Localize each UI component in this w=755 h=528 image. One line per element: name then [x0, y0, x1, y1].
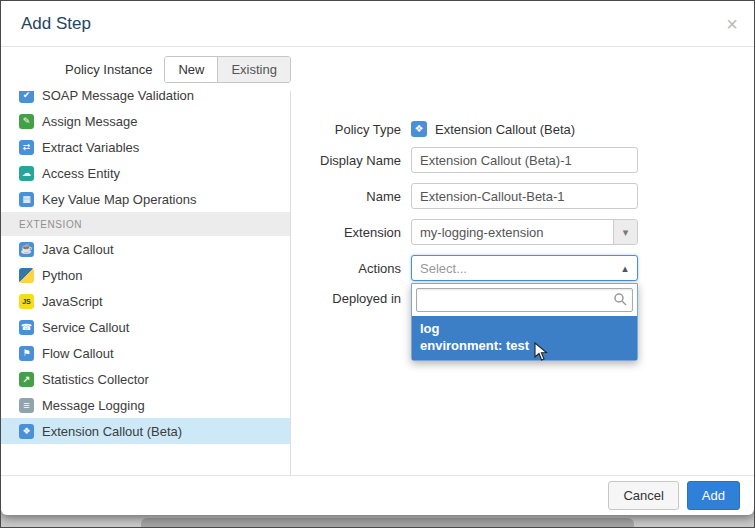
sidebar-item-key-value-map-operations[interactable]: Key Value Map Operations [1, 186, 290, 212]
message-logging-icon [19, 398, 34, 413]
extract-variables-icon [19, 140, 34, 155]
screen: Add Step × Policy Instance New Existing … [0, 0, 755, 528]
display-name-label: Display Name [291, 153, 401, 168]
service-callout-icon [19, 320, 34, 335]
display-name-input[interactable] [411, 147, 638, 173]
sidebar-item-label: Extract Variables [42, 140, 139, 155]
sidebar-item-message-logging[interactable]: Message Logging [1, 392, 290, 418]
deployed-in-label: Deployed in [291, 291, 401, 306]
sidebar-item-label: JavaScript [42, 294, 103, 309]
name-input[interactable] [411, 183, 638, 209]
policy-type-list: SOAP Message Validation Assign Message E… [1, 91, 290, 444]
policy-instance-label: Policy Instance [65, 62, 152, 77]
sidebar-item-statistics-collector[interactable]: Statistics Collector [1, 366, 290, 392]
policy-type-label: Policy Type [291, 122, 401, 137]
policy-type-value: Extension Callout (Beta) [435, 122, 575, 137]
sidebar-item-label: Assign Message [42, 114, 137, 129]
extension-row: Extension my-logging-extension [291, 219, 754, 245]
policy-instance-existing-button[interactable]: Existing [217, 57, 290, 82]
actions-dropdown-panel: log environment: test [411, 283, 638, 361]
sidebar-item-java-callout[interactable]: Java Callout [1, 236, 290, 262]
policy-instance-row: Policy Instance New Existing [1, 47, 754, 91]
close-icon[interactable]: × [726, 14, 738, 34]
modal-title: Add Step [21, 14, 91, 34]
sidebar-item-label: SOAP Message Validation [42, 91, 194, 103]
javascript-icon [19, 294, 34, 309]
extension-select[interactable]: my-logging-extension [411, 219, 638, 245]
actions-search-input[interactable] [416, 288, 633, 312]
name-label: Name [291, 189, 401, 204]
sidebar-item-access-entity[interactable]: Access Entity [1, 160, 290, 186]
modal-footer: Cancel Add [1, 475, 754, 515]
actions-row: Actions Select... [291, 255, 754, 281]
statistics-collector-icon [19, 372, 34, 387]
modal-header: Add Step × [1, 1, 754, 47]
sidebar-item-label: Access Entity [42, 166, 120, 181]
actions-select[interactable]: Select... [411, 255, 638, 281]
actions-option-subtitle: environment: test [420, 337, 629, 354]
policy-instance-segmented-control: New Existing [164, 56, 291, 83]
sidebar-item-python[interactable]: Python [1, 262, 290, 288]
actions-label: Actions [291, 261, 401, 276]
sidebar-item-label: Key Value Map Operations [42, 192, 196, 207]
access-entity-icon [19, 166, 34, 181]
policy-instance-new-button[interactable]: New [165, 57, 217, 82]
name-row: Name [291, 183, 754, 209]
sidebar-item-label: Extension Callout (Beta) [42, 424, 182, 439]
policy-type-value-wrap: Extension Callout (Beta) [411, 121, 575, 137]
sidebar-item-label: Statistics Collector [42, 372, 149, 387]
modal-body: SOAP Message Validation Assign Message E… [1, 91, 754, 475]
sidebar-item-label: Python [42, 268, 82, 283]
chevron-down-icon [613, 220, 637, 244]
background-dialog-edge [141, 518, 634, 527]
sidebar-item-label: Flow Callout [42, 346, 114, 361]
actions-option-title: log [420, 320, 629, 337]
sidebar-item-service-callout[interactable]: Service Callout [1, 314, 290, 340]
assign-message-icon [19, 114, 34, 129]
java-callout-icon [19, 242, 34, 257]
sidebar-item-label: Message Logging [42, 398, 145, 413]
cancel-button[interactable]: Cancel [608, 481, 678, 510]
extension-label: Extension [291, 225, 401, 240]
add-button[interactable]: Add [687, 481, 740, 510]
python-icon [19, 268, 34, 283]
policy-type-sidebar: SOAP Message Validation Assign Message E… [1, 91, 291, 475]
key-value-map-operations-icon [19, 192, 34, 207]
sidebar-section-extension: EXTENSION [1, 212, 290, 236]
chevron-up-icon [613, 262, 637, 275]
actions-select-placeholder: Select... [412, 261, 613, 276]
sidebar-item-label: Service Callout [42, 320, 129, 335]
search-icon [613, 292, 628, 307]
display-name-row: Display Name [291, 147, 754, 173]
sidebar-item-extension-callout-beta[interactable]: Extension Callout (Beta) [1, 418, 290, 444]
mouse-cursor-icon [533, 342, 549, 366]
policy-type-row: Policy Type Extension Callout (Beta) [291, 121, 754, 137]
extension-callout-icon [19, 424, 34, 439]
actions-dropdown-search [412, 284, 637, 316]
sidebar-item-javascript[interactable]: JavaScript [1, 288, 290, 314]
sidebar-item-extract-variables[interactable]: Extract Variables [1, 134, 290, 160]
sidebar-item-label: Java Callout [42, 242, 114, 257]
policy-form: Policy Type Extension Callout (Beta) Dis… [291, 91, 754, 475]
soap-message-validation-icon [19, 91, 34, 103]
flow-callout-icon [19, 346, 34, 361]
sidebar-item-soap-message-validation[interactable]: SOAP Message Validation [1, 91, 290, 108]
actions-option-log[interactable]: log environment: test [412, 316, 637, 360]
sidebar-item-assign-message[interactable]: Assign Message [1, 108, 290, 134]
sidebar-item-flow-callout[interactable]: Flow Callout [1, 340, 290, 366]
extension-select-value: my-logging-extension [412, 225, 613, 240]
add-step-modal: Add Step × Policy Instance New Existing … [1, 1, 754, 515]
policy-type-icon [411, 121, 427, 137]
